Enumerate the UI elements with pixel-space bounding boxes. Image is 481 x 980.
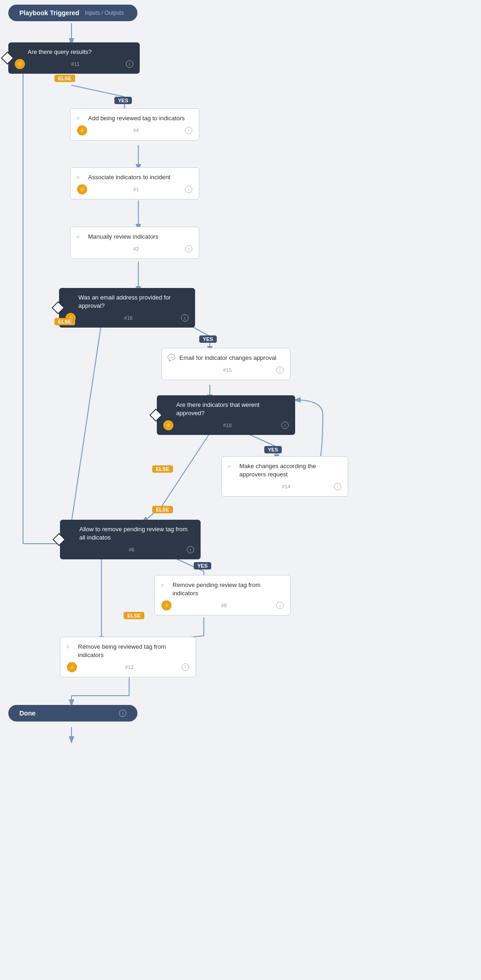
action-icon-remove-being: » — [66, 643, 74, 651]
trigger-title: Playbook Triggered — [19, 9, 79, 17]
node-id-allow: #6 — [129, 547, 134, 552]
node-remove-pending-title: Remove pending review tag from indicator… — [161, 581, 284, 598]
info-icon-email-a[interactable]: i — [276, 366, 284, 374]
lightning-badge-add: ⚡ — [77, 125, 87, 135]
node-id-add: #4 — [133, 128, 139, 133]
node-email-provided[interactable]: Was an email address provided for approv… — [59, 288, 195, 328]
trigger-node[interactable]: Playbook Triggered Inputs / Outputs — [8, 5, 137, 21]
node-email-approval[interactable]: 💬 Email for indicator changes approval #… — [161, 348, 291, 380]
trigger-inputs-outputs[interactable]: Inputs / Outputs — [85, 10, 124, 16]
action-icon-associate: » — [76, 173, 84, 182]
else-badge-3: ELSE — [124, 612, 144, 619]
node-id-email-a: #15 — [223, 367, 232, 373]
node-query-results[interactable]: Are there query results? ⚡ #11 i — [8, 42, 140, 74]
action-icon-remove-pending: » — [160, 581, 169, 589]
info-icon-changes[interactable]: i — [334, 483, 341, 490]
done-node[interactable]: Done i — [8, 705, 137, 722]
else-badge-query: ELSE — [54, 75, 75, 82]
chat-icon-email: 💬 — [167, 354, 176, 362]
info-icon-allow[interactable]: i — [187, 546, 194, 553]
lightning-badge-approved: ⚡ — [163, 420, 173, 430]
node-make-changes[interactable]: » Make changes according the approvers r… — [221, 456, 348, 497]
node-manually-review[interactable]: » Manually review indicators #2 i — [70, 227, 199, 259]
node-id-approved: #18 — [223, 423, 232, 428]
lightning-badge-changes — [228, 481, 238, 492]
lightning-badge-remove-p: ⚡ — [161, 600, 172, 610]
done-title: Done — [19, 710, 36, 717]
node-id-query: #11 — [71, 61, 79, 67]
else-badge-email: ELSE — [54, 318, 75, 325]
info-icon-email-q[interactable]: i — [181, 314, 189, 322]
node-associate-title: Associate indicators to incident — [77, 173, 192, 182]
info-icon-add[interactable]: i — [185, 127, 192, 134]
node-add-being-title: Add being reviewed tag to indicators — [77, 114, 192, 123]
lightning-badge-remove-b: ⚡ — [67, 662, 77, 672]
yes-badge-1: YES — [114, 97, 132, 104]
node-allow-remove-title: Allow to remove pending review tag from … — [66, 525, 194, 542]
node-remove-pending[interactable]: » Remove pending review tag from indicat… — [154, 575, 291, 616]
yes-badge-2: YES — [199, 335, 217, 343]
node-id-remove-b: #12 — [125, 664, 133, 670]
node-email-approval-title: Email for indicator changes approval — [168, 354, 284, 362]
lightning-badge-manual — [77, 244, 87, 254]
action-icon-manual: » — [76, 233, 84, 241]
info-icon-remove-p[interactable]: i — [276, 602, 284, 609]
info-icon-remove-b[interactable]: i — [182, 663, 189, 671]
node-remove-being-title: Remove being reviewed tag from indicator… — [67, 643, 189, 659]
node-email-provided-title: Was an email address provided for approv… — [65, 293, 189, 310]
lightning-badge-email-a — [168, 365, 178, 375]
node-manually-title: Manually review indicators — [77, 233, 192, 241]
node-indicators-approved[interactable]: Are there indicators that werent approve… — [157, 395, 295, 435]
else-badge-1: ELSE — [152, 465, 173, 473]
info-icon-query[interactable]: i — [126, 60, 133, 68]
lightning-badge-associate: ⚡ — [77, 184, 87, 194]
node-id-changes: #14 — [282, 484, 290, 489]
node-id-manual: #2 — [133, 246, 139, 252]
action-icon-changes: » — [227, 462, 236, 470]
action-icon-add: » — [76, 114, 84, 123]
info-icon-manual[interactable]: i — [185, 245, 192, 252]
svg-line-13 — [71, 323, 101, 522]
node-add-being-reviewed[interactable]: » Add being reviewed tag to indicators ⚡… — [70, 108, 199, 141]
node-remove-being[interactable]: » Remove being reviewed tag from indicat… — [60, 637, 196, 677]
else-badge-2: ELSE — [152, 506, 173, 513]
info-icon-associate[interactable]: i — [185, 186, 192, 193]
yes-badge-4: YES — [194, 562, 211, 569]
node-id-associate: #1 — [133, 187, 139, 192]
node-query-title: Are there query results? — [15, 48, 133, 56]
yes-badge-3: YES — [264, 446, 282, 453]
node-indicators-approved-title: Are there indicators that werent approve… — [163, 401, 289, 417]
svg-line-1 — [71, 85, 125, 97]
node-allow-remove[interactable]: Allow to remove pending review tag from … — [60, 520, 201, 559]
node-associate[interactable]: » Associate indicators to incident ⚡ #1 … — [70, 167, 199, 200]
lightning-badge-allow — [66, 545, 77, 555]
node-id-email-q: #16 — [124, 315, 132, 321]
info-icon-done[interactable]: i — [119, 710, 126, 717]
info-icon-approved[interactable]: i — [281, 422, 289, 429]
lightning-badge-query: ⚡ — [15, 59, 25, 69]
node-make-changes-title: Make changes according the approvers req… — [228, 462, 341, 479]
node-id-remove-p: #8 — [221, 603, 226, 608]
